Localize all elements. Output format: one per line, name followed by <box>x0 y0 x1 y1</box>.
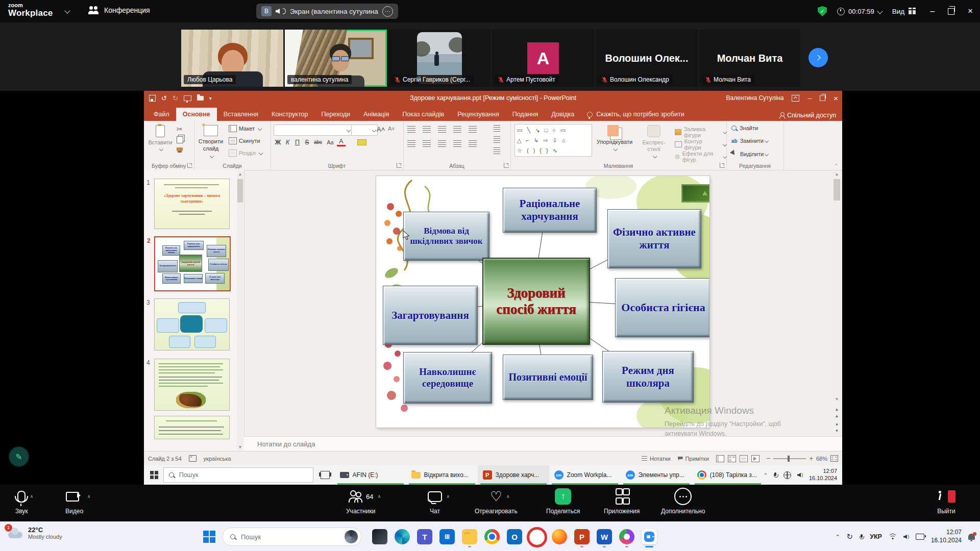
ppt-tab-9[interactable]: Довідка <box>545 108 581 121</box>
zoom-percent[interactable]: 68% <box>816 456 827 462</box>
shrink-font-button[interactable]: A˅ <box>388 126 395 132</box>
meeting-timer[interactable]: 00:07:59 <box>837 8 882 15</box>
customize-qat-icon[interactable]: ▾ <box>209 95 212 101</box>
slide-thumbnail-4[interactable]: 4 <box>154 359 230 411</box>
zoom-out-button[interactable]: − <box>767 455 771 462</box>
taskbar-app-4[interactable]: zmЭлементы упр... <box>621 465 692 485</box>
next-slide-button[interactable]: ▼▼ <box>833 422 841 435</box>
word-icon[interactable]: W <box>593 527 616 546</box>
numbering-icon[interactable] <box>423 126 431 133</box>
store-icon[interactable]: ⊞ <box>436 527 458 546</box>
ppt-account-name[interactable]: Валентина Сутуліна <box>726 94 784 102</box>
decrease-indent-icon[interactable] <box>438 126 446 133</box>
view-button[interactable]: Вид <box>892 8 916 15</box>
previous-slide-button[interactable]: ▲▲ <box>833 407 841 420</box>
participant-tile-5[interactable]: Волошин Олек... Волошин Олександр <box>596 30 698 87</box>
slide-box-4[interactable]: Здоровий спосіб життя <box>482 258 590 345</box>
quick-styles-button[interactable]: Експрес-стилі <box>637 125 671 158</box>
align-left-icon[interactable] <box>407 140 415 147</box>
participant-tile-2-active-speaker[interactable]: валентина сутулина <box>285 30 387 87</box>
ppt-tab-0[interactable]: Файл <box>147 108 176 121</box>
shape-outline-button[interactable]: Контур фігури <box>675 138 726 151</box>
host-start-button[interactable] <box>203 531 215 543</box>
font-size-combo[interactable] <box>351 124 378 136</box>
notes-pane[interactable]: Нотатки до слайда <box>244 436 842 452</box>
ppt-share-button[interactable]: Спільний доступ <box>779 112 836 119</box>
replace-button[interactable]: abЗамінити <box>731 138 768 144</box>
participant-tile-4[interactable]: А Артем Пустовойт <box>492 30 594 87</box>
align-center-icon[interactable] <box>423 140 431 147</box>
chrome-icon[interactable] <box>481 527 503 546</box>
apps-button[interactable]: Приложения <box>604 489 640 515</box>
reading-view-button[interactable] <box>740 455 748 462</box>
react-caret[interactable]: ∧ <box>506 494 510 499</box>
ppt-tab-2[interactable]: Вставлення <box>217 108 265 121</box>
font-name-combo[interactable] <box>274 124 352 136</box>
tell-me-box[interactable]: Скажіть, що потрібно зробити <box>581 108 691 121</box>
taskbar-app-1[interactable]: Відкрита вихо... <box>406 465 478 485</box>
zoom-slider[interactable] <box>773 458 806 459</box>
annotation-pencil-button[interactable]: ✎ <box>9 447 29 466</box>
slide-box-1[interactable]: Раціональне харчування <box>503 188 597 233</box>
zoom-in-button[interactable]: + <box>809 455 813 462</box>
minimize-button[interactable]: – <box>930 7 935 16</box>
undo-icon[interactable]: ↺ <box>161 94 167 102</box>
fit-to-window-icon[interactable] <box>830 455 838 462</box>
notification-bell-icon[interactable] <box>968 534 975 540</box>
font-button-4[interactable]: abc <box>312 139 324 145</box>
notes-toggle[interactable]: Нотатки <box>642 456 671 462</box>
share-screen-button[interactable]: ↑ Поделиться <box>546 489 580 515</box>
host-hidden-icons-chevron[interactable]: ⌃ <box>835 534 840 540</box>
battery-icon[interactable] <box>916 534 924 540</box>
participant-tile-1[interactable]: Любов Царьова <box>181 30 283 87</box>
font-button-2[interactable]: П <box>293 139 302 146</box>
weather-widget[interactable]: 1 22°C Mostly cloudy <box>7 526 62 540</box>
paragraph-dialog-launcher[interactable] <box>504 163 509 168</box>
host-clock[interactable]: 12:0716.10.2024 <box>931 529 962 544</box>
chat-caret[interactable]: ∧ <box>446 494 450 499</box>
host-search-input[interactable] <box>240 533 340 541</box>
collapse-ribbon-icon[interactable]: ⌃ <box>834 163 838 168</box>
text-direction-icon[interactable] <box>494 125 500 132</box>
sync-icon[interactable]: ↻ <box>847 532 853 541</box>
host-mic-icon[interactable] <box>860 534 863 540</box>
security-shield-icon[interactable]: ✓ <box>818 6 827 16</box>
ppt-minimize-button[interactable]: – <box>807 94 812 102</box>
ppt-tab-3[interactable]: Конструктор <box>265 108 314 121</box>
clipboard-dialog-launcher[interactable] <box>187 163 192 168</box>
participant-tile-6[interactable]: Молчан Вита Молчан Вита <box>699 30 800 87</box>
slide-box-8[interactable]: Режим дня школяра <box>602 351 694 403</box>
slide-box-6[interactable]: Навколишнє середовище <box>403 352 492 404</box>
columns-icon[interactable] <box>469 140 477 147</box>
align-text-icon[interactable] <box>494 136 500 143</box>
slide-box-3[interactable]: Загартовування <box>383 286 478 345</box>
participants-caret[interactable]: ∧ <box>378 494 381 499</box>
open-icon[interactable] <box>197 96 204 101</box>
network-icon[interactable] <box>783 471 791 479</box>
chat-button[interactable]: ∧ Чат <box>428 489 442 515</box>
copy-icon[interactable] <box>177 136 183 143</box>
participants-next-page-button[interactable] <box>808 48 828 67</box>
start-slideshow-icon[interactable] <box>184 95 191 101</box>
audio-options-caret[interactable]: ∧ <box>30 494 34 499</box>
screen-share-tab[interactable]: В Экран (валентина сутулина ⋯ <box>256 4 398 19</box>
slide-canvas[interactable]: Відмова від шкідливих звичокРаціональне … <box>376 176 709 428</box>
more-button[interactable]: Дополнительно <box>661 489 705 515</box>
host-volume-icon[interactable]: ) <box>903 534 909 539</box>
shapes-gallery[interactable]: ▭ ╲ ↘ □ ○ ▭ △ ⌐ ↳ ⇨ ⇩ ⌂ ☆ ( ) { } ∿ <box>514 124 592 157</box>
shape-effects-button[interactable]: Ефекти для фігур <box>675 151 726 163</box>
zoom-app-icon[interactable] <box>638 527 660 546</box>
slide-box-0[interactable]: Відмова від шкідливих звичок <box>403 212 489 261</box>
hidden-icons-chevron[interactable]: ⌃ <box>764 472 768 478</box>
video-options-caret[interactable]: ∧ <box>87 494 91 499</box>
participants-button[interactable]: 64∧ Участники <box>346 489 375 515</box>
search-input[interactable] <box>178 471 282 479</box>
slideshow-button[interactable] <box>751 455 760 462</box>
font-button-3[interactable]: S <box>303 139 311 146</box>
logo-chevron-icon[interactable] <box>64 8 70 13</box>
teams-icon[interactable]: T <box>413 527 436 546</box>
outlook-icon[interactable]: O <box>503 527 526 546</box>
align-right-icon[interactable] <box>438 140 446 147</box>
taskbar-search-box[interactable] <box>163 467 313 483</box>
share-tab-more-icon[interactable]: ⋯ <box>382 6 393 17</box>
